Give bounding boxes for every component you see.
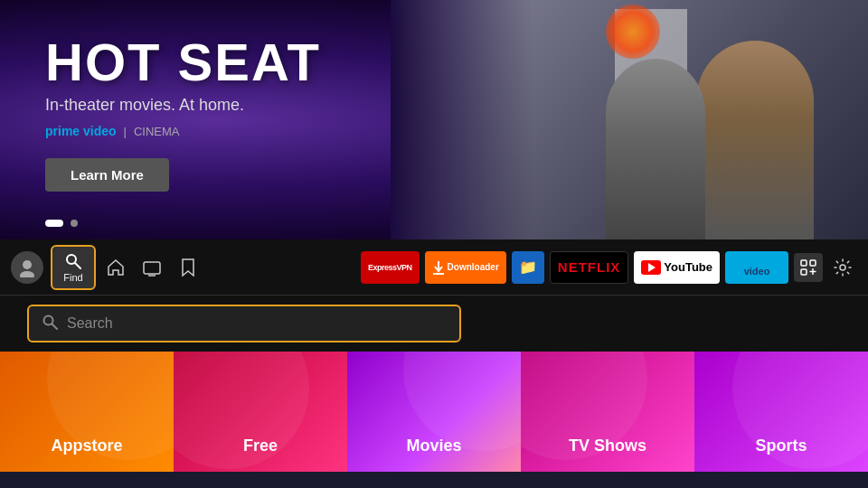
learn-more-button[interactable]: Learn More bbox=[45, 158, 169, 192]
hero-subtitle: In-theater movies. At home. bbox=[45, 96, 321, 115]
settings-button[interactable] bbox=[828, 253, 857, 282]
find-label: Find bbox=[63, 272, 82, 283]
youtube-app[interactable]: YouTube bbox=[634, 251, 720, 284]
youtube-label: YouTube bbox=[664, 260, 712, 274]
svg-rect-7 bbox=[801, 260, 807, 266]
appstore-label: Appstore bbox=[51, 436, 122, 455]
app-shortcuts: ExpressVPN Downloader 📁 NETFLIX YouTube bbox=[361, 251, 857, 284]
svg-rect-9 bbox=[801, 269, 807, 275]
prime-video-app[interactable]: prime video bbox=[725, 251, 788, 284]
hero-content: HOT SEAT In-theater movies. At home. pri… bbox=[45, 36, 321, 192]
hero-characters bbox=[391, 0, 868, 239]
home-nav-button[interactable] bbox=[99, 251, 132, 284]
search-icon bbox=[42, 314, 58, 333]
category-tvshows[interactable]: TV Shows bbox=[521, 352, 694, 472]
prime-video-brand: prime video bbox=[45, 124, 117, 138]
svg-rect-8 bbox=[810, 260, 816, 266]
dot-2 bbox=[71, 220, 78, 227]
user-avatar[interactable] bbox=[11, 251, 43, 284]
hero-banner: HOT SEAT In-theater movies. At home. pri… bbox=[0, 0, 868, 239]
downloader-app[interactable]: Downloader bbox=[425, 251, 506, 284]
files-app[interactable]: 📁 bbox=[512, 251, 544, 284]
search-section: Search bbox=[0, 296, 868, 352]
category-appstore[interactable]: Appstore bbox=[0, 352, 174, 472]
prime-logo: prime video bbox=[744, 258, 770, 277]
tv-nav-button[interactable] bbox=[136, 251, 168, 284]
add-apps-button[interactable] bbox=[794, 253, 823, 282]
find-button[interactable]: Find bbox=[51, 245, 96, 290]
svg-rect-4 bbox=[144, 262, 160, 274]
navbar: Find ExpressVPN Downloader 📁 bbox=[0, 239, 868, 296]
expressvpn-app[interactable]: ExpressVPN bbox=[361, 251, 420, 284]
svg-point-0 bbox=[23, 260, 32, 269]
youtube-logo: YouTube bbox=[641, 260, 712, 275]
hero-dots bbox=[45, 220, 78, 227]
brand-divider: | bbox=[124, 125, 127, 138]
category-sports[interactable]: Sports bbox=[694, 352, 868, 472]
dot-1 bbox=[45, 220, 63, 227]
bookmark-nav-button[interactable] bbox=[172, 251, 204, 284]
netflix-app[interactable]: NETFLIX bbox=[550, 251, 629, 284]
svg-line-3 bbox=[75, 263, 80, 268]
svg-point-12 bbox=[840, 265, 845, 270]
category-movies[interactable]: Movies bbox=[347, 352, 521, 472]
cinema-label: CINEMA bbox=[134, 125, 180, 138]
movies-label: Movies bbox=[406, 436, 461, 455]
hero-brand: prime video | CINEMA bbox=[45, 124, 321, 138]
sports-label: Sports bbox=[755, 436, 807, 455]
svg-line-14 bbox=[52, 324, 58, 330]
yt-play-icon bbox=[641, 260, 661, 275]
free-label: Free bbox=[243, 436, 278, 455]
category-free[interactable]: Free bbox=[174, 352, 347, 472]
search-placeholder: Search bbox=[67, 315, 113, 332]
hero-title: HOT SEAT bbox=[45, 36, 321, 89]
tvshows-label: TV Shows bbox=[569, 436, 646, 455]
svg-point-1 bbox=[20, 271, 34, 277]
search-bar[interactable]: Search bbox=[27, 305, 461, 343]
category-tiles: Appstore Free Movies TV Shows Sports bbox=[0, 352, 868, 472]
yt-triangle bbox=[648, 263, 656, 272]
